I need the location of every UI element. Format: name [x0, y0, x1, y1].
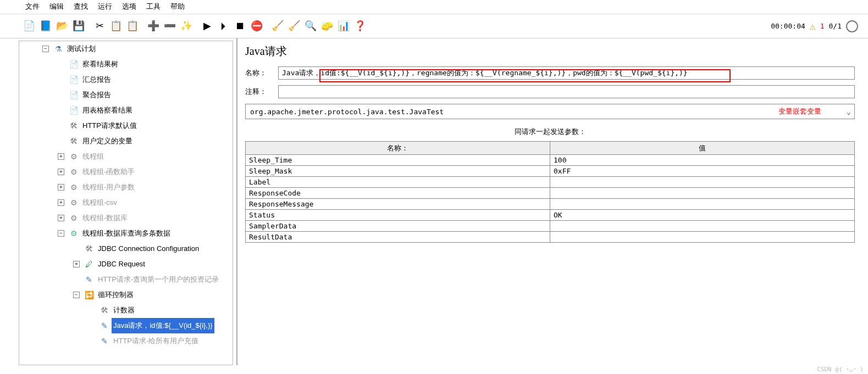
expander-icon[interactable]: +: [58, 215, 64, 221]
chevron-down-icon[interactable]: ⌄: [843, 108, 854, 116]
menu-6[interactable]: 帮助: [170, 2, 185, 12]
comment-input[interactable]: [278, 85, 855, 98]
run-no-icon[interactable]: ⏵: [216, 19, 231, 34]
tree-http-recharge[interactable]: HTTP请求-给所有用户充值: [19, 333, 233, 349]
menu-5[interactable]: 工具: [146, 2, 161, 12]
table-row[interactable]: StatusOK: [246, 210, 855, 221]
param-name[interactable]: Status: [246, 210, 550, 221]
paste-icon[interactable]: 📋: [125, 18, 140, 34]
cut-icon[interactable]: ✂: [92, 18, 107, 34]
param-value[interactable]: [550, 188, 855, 199]
copy-icon[interactable]: 📋: [108, 18, 124, 34]
tree-label: Java请求，id值:${__V(id_${i},)}: [112, 318, 214, 333]
tree-view-table[interactable]: 用表格察看结果: [19, 103, 233, 118]
new-icon[interactable]: 📄: [21, 18, 37, 34]
shutdown-icon[interactable]: ⛔: [249, 18, 264, 34]
param-name[interactable]: ResponseMessage: [246, 199, 550, 210]
param-name[interactable]: ResponseCode: [246, 188, 550, 199]
menu-0[interactable]: 文件: [25, 2, 40, 12]
wrench-icon: [99, 305, 109, 315]
expander-icon[interactable]: +: [58, 199, 64, 206]
col-value[interactable]: 值: [550, 142, 855, 155]
expander-icon[interactable]: +: [58, 153, 64, 160]
param-value[interactable]: [550, 232, 855, 243]
table-row[interactable]: Label: [246, 177, 855, 188]
gearb-icon: [69, 228, 79, 238]
menu-4[interactable]: 选项: [122, 2, 136, 12]
stop-icon[interactable]: ⏹: [233, 19, 248, 34]
tree-http-defaults[interactable]: HTTP请求默认值: [19, 118, 233, 133]
minus-icon[interactable]: ➖: [162, 18, 178, 34]
tree-loop[interactable]: −循环控制器: [19, 287, 233, 303]
clear-search-icon[interactable]: 🧽: [319, 18, 335, 34]
param-value[interactable]: [550, 221, 855, 232]
name-input[interactable]: [278, 66, 855, 80]
open-icon[interactable]: 📂: [54, 18, 70, 34]
tree-summary-report[interactable]: 汇总报告: [19, 72, 233, 87]
search-icon[interactable]: 🔍: [303, 18, 318, 34]
tree-java-req[interactable]: Java请求，id值:${__V(id_${i},)}: [19, 318, 233, 333]
tree-label: 线程组-csv: [81, 195, 119, 210]
expander-icon[interactable]: +: [73, 261, 80, 267]
param-name[interactable]: Sleep_Time: [246, 155, 550, 166]
param-name[interactable]: Sleep_Mask: [246, 166, 550, 177]
jdbc-icon: [84, 259, 94, 269]
annotation-text: 变量嵌套变量: [778, 107, 821, 116]
expander-icon[interactable]: +: [58, 169, 64, 175]
tree-tg-userparam[interactable]: +线程组-用户参数: [19, 180, 233, 195]
wand-icon[interactable]: ✨: [179, 18, 194, 34]
param-value[interactable]: 100: [550, 155, 855, 166]
param-name[interactable]: SamplerData: [246, 221, 550, 232]
function-icon[interactable]: 📊: [336, 18, 351, 34]
col-name[interactable]: 名称：: [246, 142, 550, 155]
expander-icon[interactable]: +: [58, 184, 64, 191]
tree-tg-func[interactable]: +线程组-函数助手: [19, 164, 233, 180]
expander-icon[interactable]: −: [73, 292, 80, 298]
expander-icon[interactable]: −: [42, 46, 49, 52]
plus-icon[interactable]: ➕: [146, 18, 161, 34]
param-name[interactable]: ResultData: [246, 232, 550, 243]
clear-icon[interactable]: 🧹: [270, 18, 285, 34]
menu-2[interactable]: 查找: [74, 2, 88, 12]
tree-tg-csv[interactable]: +线程组-csv: [19, 195, 233, 210]
clear-all-icon[interactable]: 🧹: [286, 18, 302, 34]
table-row[interactable]: ResponseCode: [246, 188, 855, 199]
param-name[interactable]: Label: [246, 177, 550, 188]
param-value[interactable]: 0xFF: [550, 166, 855, 177]
tree-jdbc-req[interactable]: +JDBC Request: [19, 256, 233, 272]
loop-icon: [84, 290, 94, 300]
tree-user-vars[interactable]: 用户定义的变量: [19, 133, 233, 149]
table-row[interactable]: ResponseMessage: [246, 199, 855, 210]
classname-text: org.apache.jmeter.protocol.java.test.Jav…: [246, 108, 843, 116]
tree-test-plan[interactable]: −测试计划: [19, 41, 233, 57]
tree-view-results[interactable]: 察看结果树: [19, 57, 233, 72]
tree-label: 循环控制器: [96, 287, 135, 303]
params-title: 同请求一起发送参数：: [245, 127, 855, 137]
tree-label: 线程组-数据库: [81, 210, 129, 226]
tree-aggregate-report[interactable]: 聚合报告: [19, 87, 233, 103]
tree-jdbc-conn[interactable]: JDBC Connection Configuration: [19, 241, 233, 256]
wrench-icon: [69, 121, 79, 131]
table-row[interactable]: SamplerData: [246, 221, 855, 232]
expander-icon[interactable]: −: [58, 230, 64, 237]
tree-tg-db[interactable]: +线程组-数据库: [19, 210, 233, 226]
tree-counter[interactable]: 计数器: [19, 303, 233, 318]
help-icon[interactable]: ❓: [352, 18, 368, 34]
classname-combo[interactable]: org.apache.jmeter.protocol.java.test.Jav…: [245, 104, 855, 119]
run-icon[interactable]: ▶: [200, 18, 215, 34]
param-value[interactable]: [550, 177, 855, 188]
menu-3[interactable]: 运行: [98, 2, 112, 12]
table-row[interactable]: Sleep_Mask0xFF: [246, 166, 855, 177]
tree-label: HTTP请求-查询第一个用户的投资记录: [96, 272, 220, 287]
tree-threadgroup[interactable]: +线程组: [19, 149, 233, 164]
template-icon[interactable]: 📘: [38, 18, 53, 34]
menu-1[interactable]: 编辑: [49, 2, 64, 12]
warning-icon[interactable]: ⚠: [810, 20, 816, 32]
tree-http-query[interactable]: HTTP请求-查询第一个用户的投资记录: [19, 272, 233, 287]
tree-tg-dbmulti[interactable]: −线程组-数据库查询多条数据: [19, 226, 233, 241]
param-value[interactable]: [550, 199, 855, 210]
param-value[interactable]: OK: [550, 210, 855, 221]
table-row[interactable]: Sleep_Time100: [246, 155, 855, 166]
table-row[interactable]: ResultData: [246, 232, 855, 243]
save-icon[interactable]: 💾: [71, 18, 86, 34]
